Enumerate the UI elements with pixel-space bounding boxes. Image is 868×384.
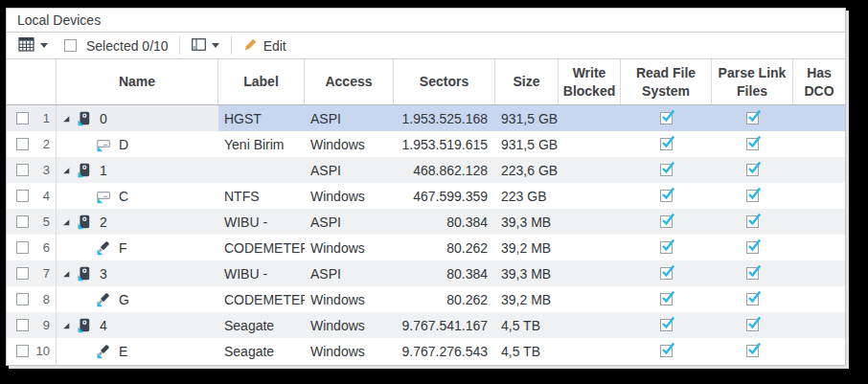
header-gutter xyxy=(7,59,57,104)
device-row[interactable]: 3 xyxy=(7,157,845,183)
device-row[interactable]: 8 xyxy=(7,286,845,312)
row-checkbox[interactable] xyxy=(16,293,29,305)
row-checkbox[interactable] xyxy=(16,241,29,254)
read-file-system-checkbox[interactable] xyxy=(660,293,673,305)
select-all-checkbox[interactable] xyxy=(64,39,77,52)
device-name-cell: E xyxy=(57,338,218,364)
access-cell: ASPI xyxy=(305,209,394,235)
device-row[interactable]: 2 xyxy=(7,131,845,157)
column-header-write-blocked[interactable]: Write Blocked xyxy=(559,59,621,104)
hard-drive-icon xyxy=(77,111,92,126)
column-header-parse-link-files[interactable]: Parse Link Files xyxy=(712,59,793,104)
sectors-cell: 467.599.359 xyxy=(394,183,495,209)
device-name: 0 xyxy=(100,111,107,126)
device-row[interactable]: 7 xyxy=(7,260,845,286)
label-cell: WIBU - xyxy=(218,209,305,235)
row-number: 6 xyxy=(37,235,57,260)
parse-link-files-checkbox[interactable] xyxy=(746,138,759,150)
sectors-cell: 9.767.541.167 xyxy=(394,312,495,338)
has-dco-cell xyxy=(793,209,845,235)
size-cell: 39,3 MB xyxy=(495,260,559,286)
device-name-cell: G xyxy=(57,286,218,312)
parse-link-files-checkbox[interactable] xyxy=(746,241,759,254)
sectors-cell: 80.384 xyxy=(394,209,495,235)
read-file-system-checkbox[interactable] xyxy=(660,164,673,176)
parse-link-files-checkbox[interactable] xyxy=(746,190,759,202)
column-header-size[interactable]: Size xyxy=(495,59,559,104)
row-checkbox[interactable] xyxy=(16,190,29,202)
toolbar-separator xyxy=(179,36,180,55)
parse-link-files-checkbox[interactable] xyxy=(746,112,759,124)
write-blocked-cell xyxy=(559,157,621,183)
row-checkbox[interactable] xyxy=(16,267,29,280)
row-checkbox[interactable] xyxy=(16,164,29,176)
device-row[interactable]: 9 xyxy=(7,312,845,338)
edit-button[interactable]: Edit xyxy=(240,35,289,56)
label-cell xyxy=(218,157,305,183)
column-header-access[interactable]: Access xyxy=(305,59,394,104)
read-file-system-checkbox[interactable] xyxy=(660,138,673,150)
row-number: 7 xyxy=(37,260,57,286)
label-cell: Yeni Birim xyxy=(218,131,305,157)
parse-link-files-checkbox[interactable] xyxy=(746,164,759,176)
read-file-system-checkbox[interactable] xyxy=(660,112,673,124)
size-cell: 931,5 GB xyxy=(495,131,559,157)
column-header-read-file-system[interactable]: Read File System xyxy=(621,59,712,104)
label-cell: HGST xyxy=(218,105,305,131)
device-row[interactable]: 5 xyxy=(7,209,845,235)
device-row[interactable]: 6 xyxy=(7,235,845,260)
read-file-system-checkbox[interactable] xyxy=(660,241,673,254)
hard-drive-icon xyxy=(77,215,92,230)
read-file-system-checkbox[interactable] xyxy=(660,267,673,280)
has-dco-cell xyxy=(793,131,845,157)
parse-link-files-checkbox[interactable] xyxy=(746,293,759,305)
panes-layout-icon xyxy=(192,38,206,54)
device-name-cell: F xyxy=(57,235,218,260)
panes-view-button[interactable] xyxy=(189,36,222,56)
access-cell: Windows xyxy=(305,286,394,312)
parse-link-files-checkbox[interactable] xyxy=(746,267,759,280)
panel-title: Local Devices xyxy=(7,9,845,32)
row-checkbox[interactable] xyxy=(16,319,29,331)
read-file-system-checkbox[interactable] xyxy=(660,319,673,331)
column-header-label[interactable]: Label xyxy=(218,59,305,104)
pencil-icon xyxy=(243,37,258,55)
access-cell: Windows xyxy=(305,131,394,157)
table-view-button[interactable] xyxy=(15,35,51,56)
row-checkbox[interactable] xyxy=(16,345,29,357)
expand-arrow-icon[interactable] xyxy=(61,269,71,279)
label-cell: NTFS xyxy=(218,183,305,209)
expand-arrow-icon[interactable] xyxy=(61,321,71,330)
read-file-system-checkbox[interactable] xyxy=(660,190,673,202)
device-name-cell: D xyxy=(57,131,218,157)
selected-count-label: Selected 0/10 xyxy=(86,38,169,54)
row-checkbox[interactable] xyxy=(16,138,29,150)
read-file-system-checkbox[interactable] xyxy=(660,345,673,357)
parse-link-files-checkbox[interactable] xyxy=(746,215,759,228)
device-name-cell: 4 xyxy=(57,312,218,338)
size-cell: 39,3 MB xyxy=(495,209,559,235)
row-checkbox[interactable] xyxy=(16,112,29,124)
device-row[interactable]: 10 xyxy=(7,338,845,364)
column-header-sectors[interactable]: Sectors xyxy=(394,59,495,104)
read-file-system-checkbox[interactable] xyxy=(660,215,673,228)
device-row[interactable]: 4 xyxy=(7,183,845,209)
access-cell: Windows xyxy=(305,338,394,364)
expand-arrow-icon[interactable] xyxy=(61,217,71,227)
device-name-cell: 1 xyxy=(57,157,218,183)
column-header-has-dco[interactable]: Has DCO xyxy=(793,59,845,104)
expand-arrow-icon[interactable] xyxy=(61,166,71,175)
parse-link-files-checkbox[interactable] xyxy=(746,319,759,331)
device-row[interactable]: 1 xyxy=(7,105,845,131)
expand-arrow-icon[interactable] xyxy=(61,114,71,124)
write-blocked-cell xyxy=(559,131,621,157)
sectors-cell: 1.953.525.168 xyxy=(394,105,495,131)
sectors-cell: 9.767.276.543 xyxy=(394,338,495,364)
write-blocked-cell xyxy=(559,209,621,235)
column-header-name[interactable]: Name xyxy=(57,59,218,104)
row-checkbox[interactable] xyxy=(16,215,29,228)
sectors-cell: 468.862.128 xyxy=(394,157,495,183)
table-body: 1 xyxy=(7,105,845,364)
has-dco-cell xyxy=(793,312,845,338)
parse-link-files-checkbox[interactable] xyxy=(746,345,759,357)
